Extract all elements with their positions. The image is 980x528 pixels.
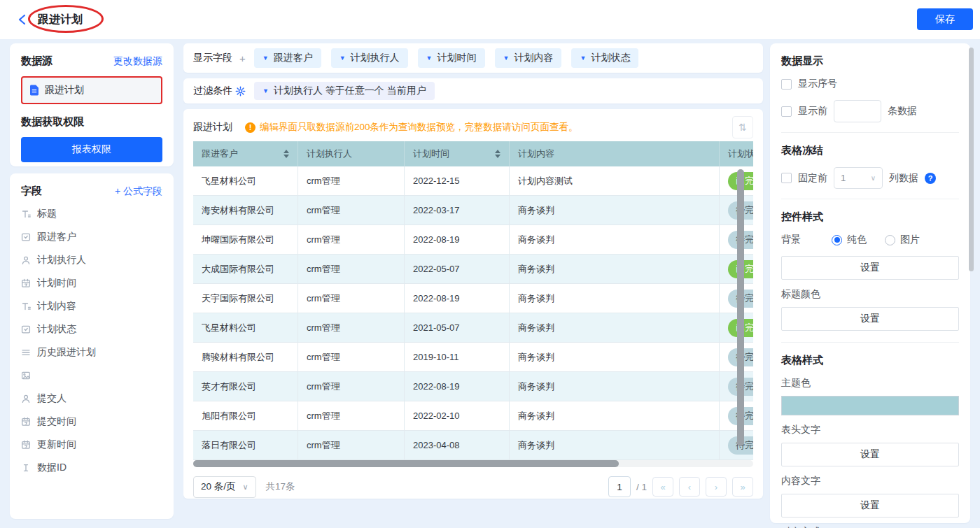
last-page-button[interactable]: »	[732, 477, 753, 497]
field-item[interactable]: 计划内容	[21, 294, 162, 317]
table-cell: crm管理	[298, 196, 405, 224]
filter-condition-chip[interactable]: ▼ 计划执行人 等于任意一个 当前用户	[254, 82, 435, 100]
display-field-chip[interactable]: ▼计划状态	[571, 48, 638, 68]
save-button[interactable]: 保存	[917, 8, 973, 30]
field-label: 计划执行人	[37, 254, 86, 266]
back-button[interactable]	[17, 13, 28, 27]
table-cell: 2023-04-08	[405, 431, 510, 459]
table-cell: 2022-02-10	[405, 401, 510, 430]
column-header[interactable]: 跟进客户	[193, 141, 298, 166]
report-permission-button[interactable]: 报表权限	[21, 137, 162, 162]
field-item[interactable]	[21, 364, 162, 387]
field-item[interactable]: 历史跟进计划	[21, 341, 162, 364]
gear-icon[interactable]	[235, 86, 246, 97]
field-item[interactable]: 标题	[21, 202, 162, 225]
title-color-set-button[interactable]: 设置	[781, 307, 959, 331]
table-cell-status: 待完成	[720, 401, 753, 430]
show-first-checkbox[interactable]	[781, 106, 792, 117]
field-item[interactable]: 计划时间	[21, 271, 162, 294]
field-label: 提交人	[37, 392, 66, 405]
solid-label: 纯色	[847, 234, 867, 246]
field-item[interactable]: 提交人	[21, 387, 162, 410]
select-icon	[21, 324, 31, 334]
field-label: 计划时间	[37, 277, 76, 290]
display-field-chip[interactable]: ▼计划时间	[418, 48, 485, 68]
filter-bar: 过滤条件 ▼ 计划执行人 等于任意一个 当前用户	[183, 78, 763, 104]
page-number-input[interactable]	[608, 476, 631, 497]
title-color-label: 标题颜色	[781, 288, 959, 301]
freeze-title: 表格冻结	[781, 144, 959, 157]
field-item[interactable]: 计划执行人	[21, 248, 162, 271]
filter-label: 过滤条件	[193, 85, 232, 97]
table-style-title: 表格样式	[781, 354, 959, 367]
table-cell-status: 待完成	[720, 372, 753, 401]
column-label: 计划内容	[518, 148, 554, 160]
show-index-checkbox[interactable]	[781, 79, 792, 90]
column-header[interactable]: 计划时间	[405, 141, 510, 166]
datasource-title: 数据源	[21, 55, 52, 68]
table-cell: 2022-08-19	[405, 225, 510, 254]
field-label: 更新时间	[37, 438, 76, 451]
table-cell: 2022-05-07	[405, 255, 510, 283]
display-field-chip[interactable]: ▼跟进客户	[254, 48, 321, 68]
table-cell: 旭阳有限公司	[193, 401, 298, 430]
select-icon	[21, 232, 31, 242]
bg-image-option[interactable]: 图片	[885, 234, 920, 246]
display-field-chip[interactable]: ▼计划执行人	[331, 48, 408, 68]
bg-solid-option[interactable]: 纯色	[832, 234, 867, 246]
rows-suffix-label: 条数据	[888, 105, 917, 117]
chip-label: 计划执行人	[351, 52, 400, 64]
field-item[interactable]: 数据ID	[21, 456, 162, 479]
panel-scrollbar[interactable]	[969, 48, 974, 271]
field-item[interactable]: 计划状态	[21, 317, 162, 341]
row-limit-input[interactable]	[834, 100, 881, 122]
table-cell: 商务谈判	[510, 401, 720, 430]
field-item[interactable]: 更新时间	[21, 433, 162, 456]
field-label: 标题	[37, 208, 57, 220]
field-item[interactable]: 提交时间	[21, 410, 162, 433]
content-text-set-button[interactable]: 设置	[781, 494, 959, 518]
show-index-label: 显示序号	[798, 78, 837, 90]
page-size-select[interactable]: 20 条/页 ∨	[193, 476, 256, 498]
formula-field-link[interactable]: + 公式字段	[115, 185, 162, 198]
table-cell-status: 已完成	[720, 313, 753, 342]
freeze-count-select[interactable]: 1 ∨	[834, 167, 883, 189]
table-cell: 2022-08-19	[405, 284, 510, 313]
permission-title: 数据获取权限	[21, 115, 162, 129]
field-label: 计划内容	[37, 300, 76, 313]
settings-panel: 数据显示 显示序号 显示前 条数据 表格冻结 固定前 1 ∨ 列数据 ? 控件样…	[770, 43, 970, 523]
table-cell: 坤曜国际有限公司	[193, 225, 298, 254]
theme-color-label: 主题色	[781, 377, 959, 390]
table-cell: crm管理	[298, 255, 405, 283]
add-display-field-button[interactable]: +	[239, 52, 246, 64]
horizontal-scrollbar[interactable]	[193, 460, 619, 467]
theme-color-swatch[interactable]	[781, 396, 959, 415]
table-cell: 商务谈判	[510, 196, 720, 224]
first-page-button[interactable]: «	[652, 477, 673, 497]
datasource-item[interactable]: 跟进计划	[21, 76, 162, 104]
sort-order-button[interactable]: ⇅	[732, 116, 753, 138]
chip-label: 计划状态	[591, 52, 630, 64]
sort-arrows-icon[interactable]	[495, 150, 500, 158]
field-label: 跟进客户	[37, 231, 76, 243]
prev-page-button[interactable]: ‹	[679, 477, 700, 497]
change-datasource-link[interactable]: 更改数据源	[113, 55, 162, 68]
table-cell: crm管理	[298, 431, 405, 459]
sort-arrows-icon[interactable]	[284, 150, 289, 158]
table-row: 旭阳有限公司crm管理2022-02-10商务谈判待完成	[193, 401, 753, 431]
fix-first-label: 固定前	[798, 172, 827, 185]
header-text-label: 表头文字	[781, 424, 959, 436]
table-cell: crm管理	[298, 372, 405, 401]
table-header-row: 跟进客户计划执行人计划时间计划内容计划状态	[193, 141, 753, 166]
display-field-chip[interactable]: ▼计划内容	[495, 48, 562, 68]
field-item[interactable]: 跟进客户	[21, 225, 162, 248]
background-set-button[interactable]: 设置	[781, 256, 959, 280]
help-icon[interactable]: ?	[925, 173, 936, 184]
header-text-set-button[interactable]: 设置	[781, 443, 959, 466]
next-page-button[interactable]: ›	[706, 477, 727, 497]
freeze-checkbox[interactable]	[781, 173, 792, 183]
table-cell-status: 已完成	[720, 255, 753, 283]
table-cell-status: 待完成	[720, 284, 753, 313]
vertical-scrollbar[interactable]	[737, 169, 744, 446]
table-cell: 计划内容测试	[510, 166, 720, 195]
